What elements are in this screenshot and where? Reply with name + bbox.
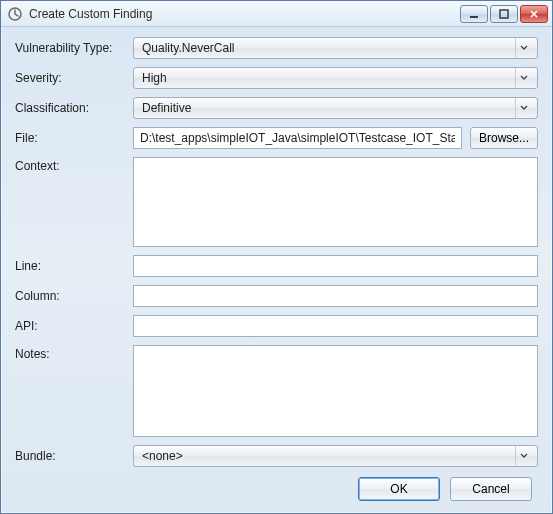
label-vulnerability-type: Vulnerability Type: [15, 41, 125, 55]
column-input[interactable] [133, 285, 538, 307]
window-controls [460, 5, 548, 23]
line-input[interactable] [133, 255, 538, 277]
label-classification: Classification: [15, 101, 125, 115]
notes-textarea[interactable] [134, 346, 537, 436]
window-title: Create Custom Finding [29, 7, 454, 21]
vulnerability-type-value: Quality.NeverCall [142, 41, 511, 55]
close-button[interactable] [520, 5, 548, 23]
cancel-button[interactable]: Cancel [450, 477, 532, 501]
bundle-dropdown[interactable]: <none> [133, 445, 538, 467]
label-line: Line: [15, 259, 125, 273]
dialog-footer: OK Cancel [15, 477, 538, 501]
maximize-button[interactable] [490, 5, 518, 23]
context-field-wrap [133, 157, 538, 247]
label-notes: Notes: [15, 345, 125, 361]
form-grid: Vulnerability Type: Quality.NeverCall Se… [15, 37, 538, 467]
svg-rect-1 [470, 16, 478, 18]
chevron-down-icon [515, 446, 531, 466]
label-bundle: Bundle: [15, 449, 125, 463]
browse-button[interactable]: Browse... [470, 127, 538, 149]
file-input[interactable] [133, 127, 462, 149]
bundle-value: <none> [142, 449, 511, 463]
label-context: Context: [15, 157, 125, 173]
minimize-button[interactable] [460, 5, 488, 23]
app-icon [7, 6, 23, 22]
vulnerability-type-dropdown[interactable]: Quality.NeverCall [133, 37, 538, 59]
label-file: File: [15, 131, 125, 145]
titlebar: Create Custom Finding [1, 1, 552, 27]
chevron-down-icon [515, 38, 531, 58]
chevron-down-icon [515, 98, 531, 118]
notes-field-wrap [133, 345, 538, 437]
label-api: API: [15, 319, 125, 333]
label-column: Column: [15, 289, 125, 303]
label-severity: Severity: [15, 71, 125, 85]
context-textarea[interactable] [134, 158, 537, 246]
severity-dropdown[interactable]: High [133, 67, 538, 89]
dialog-window: Create Custom Finding Vulnerability Type… [0, 0, 553, 514]
classification-value: Definitive [142, 101, 511, 115]
svg-rect-2 [500, 10, 508, 18]
chevron-down-icon [515, 68, 531, 88]
ok-button[interactable]: OK [358, 477, 440, 501]
dialog-client: Vulnerability Type: Quality.NeverCall Se… [1, 27, 552, 513]
api-input[interactable] [133, 315, 538, 337]
classification-dropdown[interactable]: Definitive [133, 97, 538, 119]
severity-value: High [142, 71, 511, 85]
